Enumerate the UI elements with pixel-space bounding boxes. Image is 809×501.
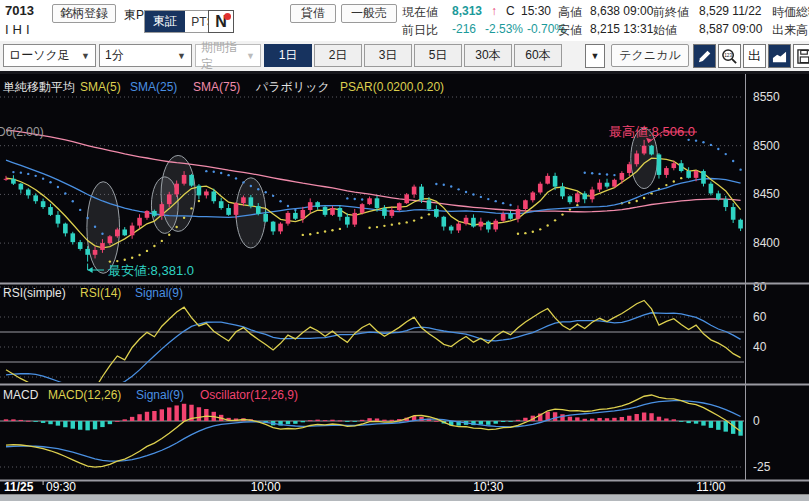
quote-header: 7013 IHI 銘柄登録 東P 東証 PTS N 貸借 一般売 現在値 8,3… [0, 0, 809, 41]
area-chart-glyph [772, 49, 787, 64]
prev-close-value: 8,529 11/22 [699, 4, 762, 18]
range-button-5day[interactable]: 5日 [414, 44, 462, 67]
legend-item: Oscillator(12,26,9) [200, 388, 298, 402]
current-price-time: 15:30 [521, 4, 551, 18]
close-flag: C [506, 4, 515, 18]
chart-toolbar: ローソク足 ▼ 1分 ▼ 期間指定 ▼ 1日 2日 3日 5日 30本 60本 … [0, 41, 809, 74]
legend-item: PSAR(0.0200,0.20) [340, 80, 444, 94]
technical-settings-button[interactable]: テクニカル [611, 44, 689, 67]
macd-tick-label: 0 [753, 414, 760, 428]
macd-tick-label: -25 [753, 460, 771, 474]
price-tick-label: 8550 [753, 90, 780, 104]
day-low-label: 安値 [558, 22, 582, 39]
period-value: 期間指定 [201, 39, 246, 73]
clipped-indicator-label: D6(2.00) [0, 125, 44, 139]
market-cap-label: 時価総額 [772, 4, 809, 21]
stock-name: IHI [5, 22, 34, 37]
macd-lines [6, 395, 741, 467]
time-axis: 11/2509:3010:0010:3011:00 [4, 480, 726, 494]
time-tick-label: 09:30 [46, 480, 76, 494]
svg-text:123: 123 [724, 53, 732, 58]
magnifier-123-glyph: 123 [721, 48, 738, 65]
legend-item: 単純移動平均 [3, 80, 75, 94]
time-tick-label: 10:00 [251, 480, 281, 494]
margin-trade-button[interactable]: 貸借 [290, 4, 336, 23]
day-high-annotation: 最高値:8,506.0 [609, 124, 695, 139]
legend-item: Signal(9) [135, 286, 183, 300]
pencil-glyph [697, 49, 712, 64]
prev-close-label: 前終値 [653, 4, 689, 21]
chart-canvas[interactable]: 8550850084508400最高値:8,506.0最安値:8,381.0D6… [0, 74, 809, 494]
export-glyph: 出 [748, 47, 761, 65]
chevron-down-icon: ▼ [246, 51, 255, 61]
price-tick-label: 8400 [753, 236, 780, 250]
exchange-toggle-tse[interactable]: 東証 [145, 11, 185, 32]
area-chart-mode-icon[interactable] [768, 44, 791, 68]
chevron-down-icon: ▼ [81, 51, 90, 61]
draw-pencil-icon[interactable] [693, 44, 716, 68]
general-sell-button[interactable]: 一般売 [341, 4, 397, 23]
pop-out-export-icon[interactable]: 出 [743, 44, 766, 68]
range-button-2day[interactable]: 2日 [314, 44, 362, 67]
chevron-down-icon: ▼ [177, 51, 186, 61]
highlight-ellipse [151, 177, 178, 233]
day-high-label: 高値 [558, 4, 582, 21]
price-tick-label: 8500 [753, 139, 780, 153]
legend-item: SMA(25) [130, 80, 177, 94]
panel-legend: 単純移動平均SMA(5)SMA(25)SMA(75)パラボリックPSAR(0.0… [3, 80, 444, 94]
change-label: 前日比 [402, 22, 438, 39]
legend-item: SMA(5) [80, 80, 121, 94]
horizontal-scrollbar[interactable] [0, 494, 809, 501]
rsi-tick-label: 80 [753, 280, 767, 294]
up-arrow-icon: ↑ [491, 4, 497, 18]
period-dropdown[interactable]: 期間指定 ▼ [195, 44, 261, 67]
day-low-value: 8,215 13:31 [590, 22, 653, 36]
register-stock-button[interactable]: 銘柄登録 [52, 4, 116, 23]
volume-label: 出来高 [772, 22, 808, 39]
legend-item: Signal(9) [136, 388, 184, 402]
more-ranges-dropdown[interactable]: ▼ [585, 44, 605, 68]
open-price-label: 始値 [653, 22, 677, 39]
date-label: 11/25 [4, 480, 34, 494]
interval-value: 1分 [105, 47, 124, 64]
news-icon[interactable]: N [208, 10, 234, 33]
legend-item: RSI(simple) [3, 286, 66, 300]
trading-app-window: 7013 IHI 銘柄登録 東P 東証 PTS N 貸借 一般売 現在値 8,3… [0, 0, 809, 501]
save-icon[interactable] [793, 44, 809, 68]
change-percent: -2.53% [485, 22, 523, 36]
chart-area: 8550850084508400最高値:8,506.0最安値:8,381.0D6… [0, 74, 809, 501]
legend-item: MACD(12,26) [48, 388, 121, 402]
range-button-1day[interactable]: 1日 [264, 44, 312, 67]
current-price-value: 8,313 [452, 4, 482, 18]
time-tick-label: 10:30 [473, 480, 503, 494]
day-high-value: 8,638 09:00 [590, 4, 653, 18]
time-tick-label: 11:00 [696, 480, 725, 494]
range-button-3day[interactable]: 3日 [364, 44, 412, 67]
floppy-glyph [797, 49, 809, 64]
range-button-60bar[interactable]: 60本 [514, 44, 562, 67]
change-value: -216 [452, 22, 476, 36]
interval-dropdown[interactable]: 1分 ▼ [99, 44, 192, 67]
chart-type-value: ローソク足 [9, 47, 70, 64]
panel-legend: MACDMACD(12,26)Signal(9)Oscillator(12,26… [3, 388, 298, 402]
stock-code: 7013 [5, 3, 34, 18]
legend-item: MACD [3, 388, 39, 402]
panel-legend: RSI(simple)RSI(14)Signal(9) [3, 286, 183, 300]
rsi-tick-label: 40 [753, 340, 767, 354]
news-alert-dot [224, 13, 231, 20]
rsi-tick-label: 60 [753, 310, 767, 324]
range-button-30bar[interactable]: 30本 [464, 44, 512, 67]
legend-item: SMA(75) [193, 80, 240, 94]
chart-type-dropdown[interactable]: ローソク足 ▼ [3, 44, 96, 67]
value-inspect-zoom-icon[interactable]: 123 [718, 44, 741, 68]
open-price-value: 8,587 09:00 [699, 22, 762, 36]
day-low-annotation: 最安値:8,381.0 [108, 263, 194, 278]
current-price-label: 現在値 [402, 4, 438, 21]
legend-item: パラボリック [255, 80, 330, 94]
market-segment-label: 東P [124, 7, 144, 24]
highlight-ellipse [87, 182, 120, 274]
legend-item: RSI(14) [80, 286, 121, 300]
price-tick-label: 8450 [753, 187, 780, 201]
